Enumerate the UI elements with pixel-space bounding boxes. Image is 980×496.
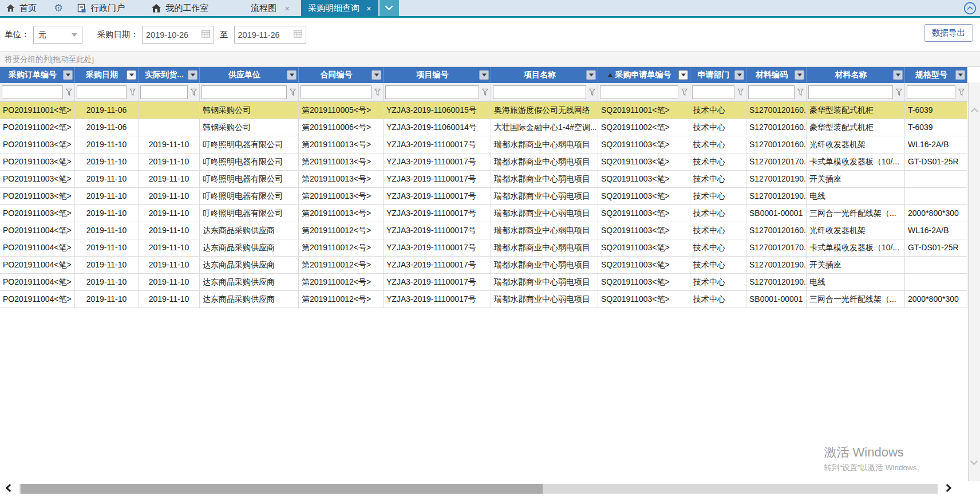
table-cell: 技术中心 xyxy=(690,102,746,119)
table-row[interactable]: PO201911003<笔>2019-11-102019-11-10叮咚照明电器… xyxy=(0,188,967,205)
table-row[interactable]: PO201911003<笔>2019-11-102019-11-10叮咚照明电器… xyxy=(0,171,967,188)
column-filter-input[interactable] xyxy=(692,85,734,99)
column-header[interactable]: 申请部门 xyxy=(690,67,746,83)
column-header[interactable]: 规格型号 xyxy=(905,67,967,83)
header-dropdown-button[interactable] xyxy=(955,70,965,80)
scroll-up-icon[interactable] xyxy=(971,108,978,115)
column-header[interactable]: 供应单位 xyxy=(200,67,299,83)
date-to-input[interactable]: 2019-11-26 xyxy=(234,26,306,44)
header-dropdown-button[interactable] xyxy=(734,70,744,80)
filter-funnel-icon[interactable] xyxy=(589,89,595,96)
nav-portal[interactable]: 行政门户 xyxy=(77,0,125,16)
column-header[interactable]: 材料名称 xyxy=(807,67,905,83)
table-row[interactable]: PO201911004<笔>2019-11-102019-11-10达东商品采购… xyxy=(0,257,967,274)
table-cell: YZJA3-2019-11100017号 xyxy=(384,222,491,239)
column-filter-input[interactable] xyxy=(301,85,372,99)
column-header[interactable]: 项目名称 xyxy=(491,67,598,83)
table-row[interactable]: PO201911002<笔>2019-11-06韩钢采购公司第201911000… xyxy=(0,119,967,136)
filter-funnel-icon[interactable] xyxy=(374,89,381,96)
column-header[interactable]: 采购订单编号 xyxy=(0,67,75,83)
table-cell: YZJA3-2019-11100017号 xyxy=(384,205,491,222)
header-dropdown-button[interactable] xyxy=(372,70,381,80)
column-header[interactable]: 项目编号 xyxy=(384,67,491,83)
filter-funnel-icon[interactable] xyxy=(797,89,804,96)
filter-funnel-icon[interactable] xyxy=(482,89,488,96)
tab-flowchart[interactable]: 流程图 × xyxy=(251,0,290,16)
header-dropdown-button[interactable] xyxy=(63,70,73,80)
column-header[interactable]: 采购申请单编号 xyxy=(598,67,690,83)
column-filter-input[interactable] xyxy=(748,85,795,99)
header-dropdown-button[interactable] xyxy=(893,70,903,80)
gear-icon: ⚙ xyxy=(54,3,63,13)
nav-home[interactable]: 首页 xyxy=(6,0,37,16)
calendar-icon[interactable] xyxy=(201,30,210,40)
table-row[interactable]: PO201911004<笔>2019-11-102019-11-10达东商品采购… xyxy=(0,222,967,239)
horizontal-scroll-track[interactable] xyxy=(19,484,938,494)
filter-funnel-icon[interactable] xyxy=(737,89,744,96)
tab-purchase-detail-query-close-icon[interactable]: × xyxy=(366,3,372,13)
column-header[interactable]: 实际到货... xyxy=(139,67,200,83)
horizontal-scroll-thumb[interactable] xyxy=(21,484,543,494)
header-dropdown-button[interactable] xyxy=(188,70,197,80)
group-by-drop-zone[interactable]: 将要分组的列[拖动至此处] xyxy=(0,52,980,67)
horizontal-scrollbar[interactable] xyxy=(0,481,980,496)
column-header[interactable]: 采购日期 xyxy=(75,67,139,83)
header-dropdown-button[interactable] xyxy=(127,70,136,80)
calendar-icon[interactable] xyxy=(294,30,302,40)
table-row[interactable]: PO201911003<笔>2019-11-102019-11-10叮咚照明电器… xyxy=(0,153,967,171)
table-cell: PO201911003<笔> xyxy=(0,153,75,170)
header-dropdown-button[interactable] xyxy=(479,70,489,80)
column-filter-input[interactable] xyxy=(77,85,127,99)
header-dropdown-button[interactable] xyxy=(586,70,596,80)
tab-list-dropdown-button[interactable] xyxy=(380,0,399,16)
data-export-button[interactable]: 数据导出 xyxy=(924,24,973,42)
filter-funnel-icon[interactable] xyxy=(958,89,965,96)
table-row[interactable]: PO201911003<笔>2019-11-102019-11-10叮咚照明电器… xyxy=(0,136,967,153)
column-filter-input[interactable] xyxy=(600,85,678,99)
filter-funnel-icon[interactable] xyxy=(290,89,296,96)
table-cell: S12700120160... xyxy=(746,102,807,119)
nav-workspace[interactable]: 我的工作室 xyxy=(151,0,208,16)
table-cell: 第2019110012<号> xyxy=(299,239,384,256)
filter-funnel-icon[interactable] xyxy=(896,89,902,96)
filter-funnel-icon[interactable] xyxy=(191,89,197,96)
header-dropdown-button[interactable] xyxy=(287,70,297,80)
unit-select[interactable]: 元 xyxy=(33,26,82,44)
column-header[interactable]: 材料编码 xyxy=(746,67,807,83)
scroll-right-icon[interactable] xyxy=(943,484,951,492)
app-window: 首页 ⚙ 行政门户 我的工作室 流程图 × 采购明细查询 × xyxy=(0,0,980,496)
table-row[interactable]: PO201911003<笔>2019-11-102019-11-10叮咚照明电器… xyxy=(0,205,967,222)
column-filter-input[interactable] xyxy=(140,85,188,99)
column-header[interactable]: 合同编号 xyxy=(299,67,384,83)
column-filter-input[interactable] xyxy=(907,85,955,99)
settings-button[interactable]: ⚙ xyxy=(54,0,63,16)
header-dropdown-button[interactable] xyxy=(678,70,688,80)
table-cell: 卡式单模收发器板（10/... xyxy=(807,239,905,256)
table-row[interactable]: PO201911004<笔>2019-11-102019-11-10达东商品采购… xyxy=(0,274,967,291)
filter-funnel-icon[interactable] xyxy=(681,89,687,96)
table-row[interactable]: PO201911004<笔>2019-11-102019-11-10达东商品采购… xyxy=(0,239,967,257)
column-filter-input[interactable] xyxy=(385,85,479,99)
table-row[interactable]: PO201911001<笔>2019-11-06韩钢采购公司第201911000… xyxy=(0,102,967,119)
column-filter-input[interactable] xyxy=(201,85,287,99)
table-cell: 2019-11-10 xyxy=(139,257,200,273)
table-cell: PO201911003<笔> xyxy=(0,188,75,204)
header-dropdown-button[interactable] xyxy=(795,70,804,80)
chevron-down-icon xyxy=(797,74,802,77)
date-from-input[interactable]: 2019-10-26 xyxy=(142,26,214,44)
tab-flowchart-close-icon[interactable]: × xyxy=(284,3,290,13)
column-filter-input[interactable] xyxy=(493,85,586,99)
table-cell: 光纤收发器机架 xyxy=(807,136,905,153)
table-cell: 电线 xyxy=(807,188,905,204)
table-row[interactable]: PO201911004<笔>2019-11-102019-11-10达东商品采购… xyxy=(0,291,967,308)
tab-purchase-detail-query[interactable]: 采购明细查询 × xyxy=(301,0,378,16)
column-filter-input[interactable] xyxy=(2,85,63,99)
scroll-down-icon[interactable] xyxy=(970,458,978,465)
filter-funnel-icon[interactable] xyxy=(129,89,136,96)
collapse-panel-button[interactable] xyxy=(963,2,977,17)
scroll-left-icon[interactable] xyxy=(6,484,14,492)
vertical-scrollbar[interactable] xyxy=(968,82,980,496)
column-filter-input[interactable] xyxy=(808,85,893,99)
filter-funnel-icon[interactable] xyxy=(66,89,72,96)
table-cell: 叮咚照明电器有限公司 xyxy=(200,153,299,170)
